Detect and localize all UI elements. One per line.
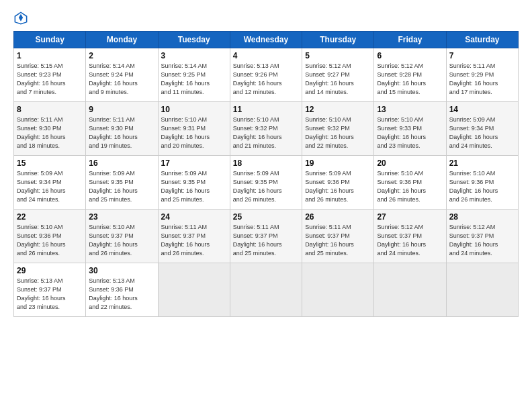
day-number: 29 — [17, 266, 83, 275]
table-row: 23Sunrise: 5:10 AM Sunset: 9:37 PM Dayli… — [86, 210, 158, 263]
day-number: 9 — [89, 105, 154, 114]
day-info: Sunrise: 5:11 AM Sunset: 9:29 PM Dayligh… — [449, 62, 515, 97]
day-info: Sunrise: 5:12 AM Sunset: 9:28 PM Dayligh… — [377, 62, 443, 97]
day-number: 23 — [89, 212, 154, 222]
table-row — [158, 263, 230, 317]
calendar: SundayMondayTuesdayWednesdayThursdayFrid… — [13, 31, 519, 317]
day-number: 22 — [17, 212, 83, 222]
table-row: 8Sunrise: 5:11 AM Sunset: 9:30 PM Daylig… — [14, 102, 86, 156]
day-info: Sunrise: 5:10 AM Sunset: 9:36 PM Dayligh… — [377, 169, 443, 204]
table-row: 1Sunrise: 5:15 AM Sunset: 9:23 PM Daylig… — [14, 48, 86, 102]
day-info: Sunrise: 5:11 AM Sunset: 9:30 PM Dayligh… — [17, 116, 83, 150]
weekday-header: Thursday — [302, 32, 374, 48]
weekday-header: Tuesday — [158, 32, 230, 48]
calendar-week-row: 22Sunrise: 5:10 AM Sunset: 9:36 PM Dayli… — [14, 210, 519, 263]
table-row: 22Sunrise: 5:10 AM Sunset: 9:36 PM Dayli… — [14, 210, 86, 263]
calendar-week-row: 8Sunrise: 5:11 AM Sunset: 9:30 PM Daylig… — [14, 102, 519, 156]
day-number: 2 — [89, 51, 154, 60]
day-info: Sunrise: 5:10 AM Sunset: 9:33 PM Dayligh… — [377, 116, 443, 150]
table-row: 16Sunrise: 5:09 AM Sunset: 9:35 PM Dayli… — [86, 156, 158, 210]
day-info: Sunrise: 5:09 AM Sunset: 9:34 PM Dayligh… — [17, 169, 83, 204]
table-row: 9Sunrise: 5:11 AM Sunset: 9:30 PM Daylig… — [86, 102, 158, 156]
day-number: 1 — [17, 51, 83, 60]
weekday-header: Friday — [374, 32, 446, 48]
table-row — [374, 263, 446, 317]
day-number: 21 — [449, 158, 515, 168]
table-row: 24Sunrise: 5:11 AM Sunset: 9:37 PM Dayli… — [158, 210, 230, 263]
weekday-header: Monday — [86, 32, 158, 48]
day-info: Sunrise: 5:11 AM Sunset: 9:30 PM Dayligh… — [89, 116, 154, 150]
table-row: 29Sunrise: 5:13 AM Sunset: 9:37 PM Dayli… — [14, 263, 86, 317]
calendar-week-row: 1Sunrise: 5:15 AM Sunset: 9:23 PM Daylig… — [14, 48, 519, 102]
day-number: 3 — [161, 51, 227, 60]
day-info: Sunrise: 5:15 AM Sunset: 9:23 PM Dayligh… — [17, 62, 83, 97]
table-row: 6Sunrise: 5:12 AM Sunset: 9:28 PM Daylig… — [374, 48, 446, 102]
day-info: Sunrise: 5:11 AM Sunset: 9:37 PM Dayligh… — [233, 223, 299, 258]
day-number: 12 — [305, 105, 371, 114]
day-number: 20 — [377, 158, 443, 168]
day-info: Sunrise: 5:09 AM Sunset: 9:36 PM Dayligh… — [305, 169, 371, 204]
header — [13, 11, 519, 26]
table-row: 10Sunrise: 5:10 AM Sunset: 9:31 PM Dayli… — [158, 102, 230, 156]
table-row: 17Sunrise: 5:09 AM Sunset: 9:35 PM Dayli… — [158, 156, 230, 210]
table-row: 18Sunrise: 5:09 AM Sunset: 9:35 PM Dayli… — [230, 156, 302, 210]
table-row: 5Sunrise: 5:12 AM Sunset: 9:27 PM Daylig… — [302, 48, 374, 102]
day-info: Sunrise: 5:14 AM Sunset: 9:24 PM Dayligh… — [89, 62, 154, 97]
day-number: 15 — [17, 158, 83, 168]
table-row — [446, 263, 518, 317]
day-number: 10 — [161, 105, 227, 114]
day-info: Sunrise: 5:12 AM Sunset: 9:27 PM Dayligh… — [305, 62, 371, 97]
day-info: Sunrise: 5:10 AM Sunset: 9:32 PM Dayligh… — [305, 116, 371, 150]
calendar-week-row: 15Sunrise: 5:09 AM Sunset: 9:34 PM Dayli… — [14, 156, 519, 210]
table-row: 26Sunrise: 5:11 AM Sunset: 9:37 PM Dayli… — [302, 210, 374, 263]
page: SundayMondayTuesdayWednesdayThursdayFrid… — [0, 0, 532, 411]
table-row: 30Sunrise: 5:13 AM Sunset: 9:36 PM Dayli… — [86, 263, 158, 317]
day-info: Sunrise: 5:11 AM Sunset: 9:37 PM Dayligh… — [161, 223, 227, 258]
weekday-header: Wednesday — [230, 32, 302, 48]
calendar-header: SundayMondayTuesdayWednesdayThursdayFrid… — [14, 32, 519, 48]
calendar-week-row: 29Sunrise: 5:13 AM Sunset: 9:37 PM Dayli… — [14, 263, 519, 317]
table-row: 14Sunrise: 5:09 AM Sunset: 9:34 PM Dayli… — [446, 102, 518, 156]
day-info: Sunrise: 5:12 AM Sunset: 9:37 PM Dayligh… — [377, 223, 443, 258]
day-info: Sunrise: 5:14 AM Sunset: 9:25 PM Dayligh… — [161, 62, 227, 97]
day-info: Sunrise: 5:10 AM Sunset: 9:31 PM Dayligh… — [161, 116, 227, 150]
day-number: 19 — [305, 158, 371, 168]
day-info: Sunrise: 5:09 AM Sunset: 9:34 PM Dayligh… — [449, 116, 515, 150]
day-number: 7 — [449, 51, 515, 60]
day-info: Sunrise: 5:10 AM Sunset: 9:32 PM Dayligh… — [233, 116, 299, 150]
table-row: 4Sunrise: 5:13 AM Sunset: 9:26 PM Daylig… — [230, 48, 302, 102]
day-info: Sunrise: 5:10 AM Sunset: 9:36 PM Dayligh… — [17, 223, 83, 258]
table-row: 19Sunrise: 5:09 AM Sunset: 9:36 PM Dayli… — [302, 156, 374, 210]
table-row: 3Sunrise: 5:14 AM Sunset: 9:25 PM Daylig… — [158, 48, 230, 102]
day-number: 30 — [89, 266, 154, 275]
day-info: Sunrise: 5:12 AM Sunset: 9:37 PM Dayligh… — [449, 223, 515, 258]
day-info: Sunrise: 5:13 AM Sunset: 9:36 PM Dayligh… — [89, 277, 154, 312]
table-row — [302, 263, 374, 317]
day-number: 13 — [377, 105, 443, 114]
weekday-header: Sunday — [14, 32, 86, 48]
day-info: Sunrise: 5:13 AM Sunset: 9:26 PM Dayligh… — [233, 62, 299, 97]
logo — [13, 11, 30, 26]
day-number: 27 — [377, 212, 443, 222]
logo-icon — [13, 11, 28, 26]
day-number: 11 — [233, 105, 299, 114]
table-row: 2Sunrise: 5:14 AM Sunset: 9:24 PM Daylig… — [86, 48, 158, 102]
day-info: Sunrise: 5:10 AM Sunset: 9:36 PM Dayligh… — [449, 169, 515, 204]
table-row: 11Sunrise: 5:10 AM Sunset: 9:32 PM Dayli… — [230, 102, 302, 156]
day-info: Sunrise: 5:11 AM Sunset: 9:37 PM Dayligh… — [305, 223, 371, 258]
day-number: 5 — [305, 51, 371, 60]
day-number: 24 — [161, 212, 227, 222]
day-number: 4 — [233, 51, 299, 60]
calendar-body: 1Sunrise: 5:15 AM Sunset: 9:23 PM Daylig… — [14, 48, 519, 317]
day-info: Sunrise: 5:09 AM Sunset: 9:35 PM Dayligh… — [161, 169, 227, 204]
day-info: Sunrise: 5:09 AM Sunset: 9:35 PM Dayligh… — [89, 169, 154, 204]
table-row: 20Sunrise: 5:10 AM Sunset: 9:36 PM Dayli… — [374, 156, 446, 210]
day-number: 6 — [377, 51, 443, 60]
day-number: 16 — [89, 158, 154, 168]
table-row: 28Sunrise: 5:12 AM Sunset: 9:37 PM Dayli… — [446, 210, 518, 263]
day-info: Sunrise: 5:13 AM Sunset: 9:37 PM Dayligh… — [17, 277, 83, 312]
day-number: 28 — [449, 212, 515, 222]
table-row: 7Sunrise: 5:11 AM Sunset: 9:29 PM Daylig… — [446, 48, 518, 102]
day-number: 25 — [233, 212, 299, 222]
day-number: 26 — [305, 212, 371, 222]
